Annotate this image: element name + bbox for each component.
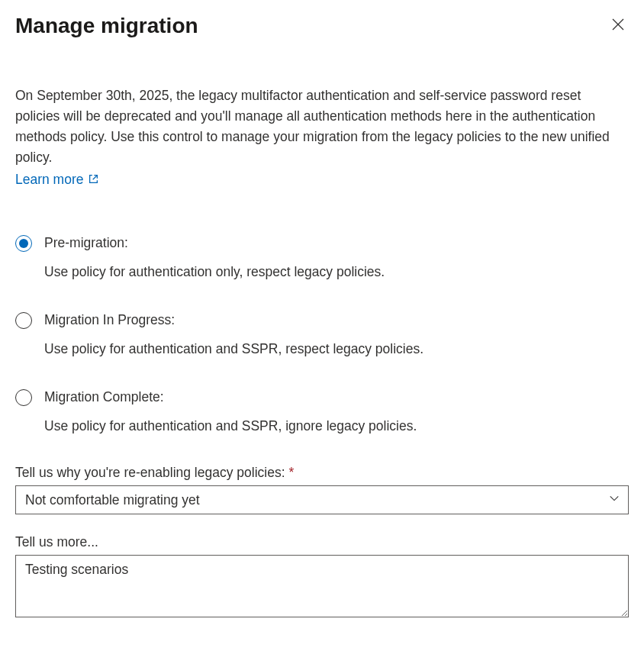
intro-text: On September 30th, 2025, the legacy mult… (15, 85, 629, 169)
radio-migration-in-progress[interactable] (15, 312, 32, 329)
learn-more-link[interactable]: Learn more (15, 172, 98, 188)
reason-label: Tell us why you're re-enabling legacy po… (15, 465, 629, 481)
option-label: Migration In Progress: (44, 311, 629, 330)
more-textarea[interactable]: Testing scenarios (15, 555, 629, 617)
reason-select[interactable]: Not comfortable migrating yet (15, 485, 629, 514)
more-label: Tell us more... (15, 534, 629, 550)
close-button[interactable] (607, 14, 629, 35)
radio-migration-complete[interactable] (15, 389, 32, 406)
svg-line-2 (92, 175, 97, 179)
option-desc: Use policy for authentication only, resp… (44, 263, 629, 282)
option-label: Migration Complete: (44, 388, 629, 407)
option-pre-migration[interactable]: Pre-migration: Use policy for authentica… (15, 234, 629, 282)
required-marker: * (288, 465, 294, 480)
reason-select-value[interactable]: Not comfortable migrating yet (15, 485, 629, 514)
option-label: Pre-migration: (44, 234, 629, 253)
external-link-icon (89, 172, 98, 188)
close-icon (612, 21, 624, 33)
page-title: Manage migration (15, 14, 198, 38)
option-migration-complete[interactable]: Migration Complete: Use policy for authe… (15, 388, 629, 436)
option-desc: Use policy for authentication and SSPR, … (44, 417, 629, 436)
migration-options: Pre-migration: Use policy for authentica… (15, 234, 629, 436)
option-desc: Use policy for authentication and SSPR, … (44, 340, 629, 359)
learn-more-label: Learn more (15, 172, 84, 188)
option-migration-in-progress[interactable]: Migration In Progress: Use policy for au… (15, 311, 629, 359)
radio-pre-migration[interactable] (15, 235, 32, 252)
